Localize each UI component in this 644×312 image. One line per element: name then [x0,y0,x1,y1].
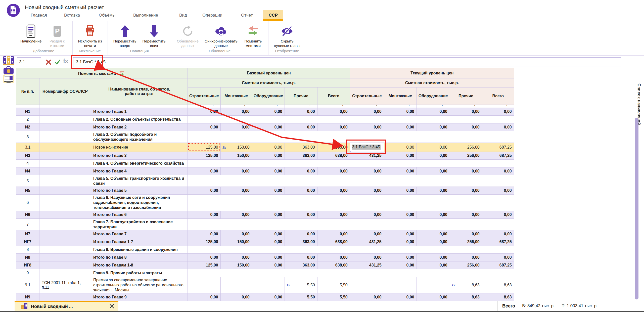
value-cell[interactable]: 0,00 [384,211,417,219]
empty-values-cell[interactable] [188,246,350,254]
row-code-cell[interactable] [39,261,91,269]
value-cell[interactable]: 5,50 [285,293,317,301]
empty-values-cell[interactable] [350,195,514,211]
row-code-cell[interactable] [39,152,91,160]
row-code-cell[interactable]: ТСН-2001.11, табл.1, п.11 [39,277,91,293]
empty-values-cell[interactable] [350,269,514,277]
row-name-cell[interactable]: Глава 3. Объекты подсобного и обслуживаю… [91,131,188,143]
value-cell[interactable]: 687,25 [482,152,514,160]
value-cell[interactable]: 0,00 [482,230,514,238]
value-cell[interactable]: 256,00 [450,152,482,160]
value-cell[interactable]: 0,00 [220,167,252,175]
value-cell[interactable]: 431,25 [350,261,384,269]
confirm-check-icon[interactable] [55,59,61,66]
value-cell[interactable]: 8,63 [482,277,514,293]
row-number-cell[interactable]: 9 [16,269,39,277]
value-cell[interactable]: 0,00 [188,167,221,175]
value-cell[interactable]: 363,00 [285,261,317,269]
row-number-cell[interactable]: ИГ7 [16,238,39,246]
value-cell[interactable]: 0,00 [285,211,317,219]
row-name-cell[interactable]: Глава 8. Временные здания и сооружения [91,246,188,254]
value-cell[interactable]: 0,00 [482,105,514,108]
row-code-cell[interactable] [39,123,91,131]
row-name-cell[interactable]: Итого по Главам 1-7 [91,238,188,246]
estimate-sheet-icon[interactable] [3,74,14,83]
value-cell[interactable]: 0,00 [384,238,417,246]
value-cell[interactable]: 0,00 [417,143,450,152]
document-tab[interactable]: Новый сводный ... [15,301,118,311]
row-code-cell[interactable] [39,230,91,238]
row-number-cell[interactable]: И7 [16,230,39,238]
value-cell[interactable]: 0,00 [417,261,450,269]
value-cell[interactable]: 3.1.БазС * 3,45 [350,143,384,152]
row-code-cell[interactable] [39,116,91,123]
value-cell[interactable]: 0,00 [317,230,350,238]
value-cell[interactable]: 0,00 [350,167,384,175]
row-number-cell[interactable]: И1 [16,108,39,116]
value-cell[interactable]: 363,00 [285,238,317,246]
value-cell[interactable]: 0,00 [417,152,450,160]
value-cell[interactable]: 0,00 [188,123,221,131]
value-cell[interactable]: 0,00 [220,230,252,238]
empty-values-cell[interactable] [350,219,514,230]
row-name-cell[interactable]: Премия за своевременное завершение строи… [91,277,188,293]
row-number-cell[interactable]: И5 [16,187,39,195]
value-cell[interactable]: 0,00 [285,105,317,108]
row-number-cell[interactable]: И6 [16,211,39,219]
swap-header[interactable]: Поменять местами [16,68,188,78]
value-cell[interactable]: 0,00 [384,105,417,108]
ribbon-button[interactable]: Переместить вверх [110,21,140,48]
formula-input[interactable] [73,57,621,67]
tab-Выполнение[interactable]: Выполнение [133,10,158,21]
value-cell[interactable]: 687,25 [482,143,514,152]
value-cell[interactable]: 5,50fx [285,277,317,293]
value-cell[interactable] [417,277,450,293]
value-cell[interactable]: 0,00 [252,152,285,160]
value-cell[interactable]: 0,00 [220,254,252,261]
empty-values-cell[interactable] [188,269,350,277]
cell-formula-editor[interactable]: 3.1.БазС * 3,45 [350,143,384,152]
value-cell[interactable]: 0,00 [417,167,450,175]
value-cell[interactable]: 0,00 [450,230,482,238]
vertical-scrollbar[interactable] [635,118,638,299]
row-name-cell[interactable]: Глава 6. Наружные сети и сооружения водо… [91,195,188,211]
value-cell[interactable]: 0,00 [220,187,252,195]
empty-values-cell[interactable] [350,246,514,254]
value-cell[interactable]: 0,00 [384,143,417,152]
ribbon-button[interactable]: Исключить из печати [75,21,105,48]
value-cell[interactable]: 0,00 [220,108,252,116]
empty-values-cell[interactable] [188,160,350,167]
row-name-cell[interactable]: Итого по Главе 6 [91,211,188,219]
ribbon-button[interactable]: Синхронизировать данные [202,21,241,48]
value-cell[interactable]: 0,00 [220,211,252,219]
value-cell[interactable]: 0,00 [317,254,350,261]
value-cell[interactable]: 0,00 [252,167,285,175]
value-cell[interactable]: 256,00 [450,238,482,246]
value-cell[interactable]: 0,00 [252,238,285,246]
value-cell[interactable]: 0,00 [450,108,482,116]
row-number-cell[interactable]: И9 [16,293,39,301]
row-name-cell[interactable]: Итого по Главе 3 [91,152,188,160]
value-cell[interactable]: 8,63 [482,293,514,301]
row-name-cell[interactable]: Итого по Главе 5 [91,187,188,195]
value-cell[interactable]: 638,00 [317,261,350,269]
value-cell[interactable]: 0,00 [285,108,317,116]
row-number-cell[interactable]: 3 [16,131,39,143]
value-cell[interactable]: 0,00 [350,211,384,219]
value-cell[interactable]: 0,00 [417,108,450,116]
value-cell[interactable]: 0,00 [317,105,350,108]
value-cell[interactable]: 0,00 [350,187,384,195]
row-number-cell[interactable]: И3 [16,152,39,160]
value-cell[interactable]: 0,00 [285,167,317,175]
value-cell[interactable]: 0,00 [384,187,417,195]
value-cell[interactable]: 256,00 [450,143,482,152]
value-cell[interactable]: 5,50 [317,293,350,301]
tab-Вид[interactable]: Вид [179,10,187,21]
value-cell[interactable]: 363,00 [285,152,317,160]
value-cell[interactable]: 0,00 [252,108,285,116]
value-cell[interactable]: 0,00 [482,254,514,261]
row-code-cell[interactable] [39,238,91,246]
value-cell[interactable]: 0,00 [417,187,450,195]
row-name-cell[interactable]: Глава 7. Благоустройство и озеленение те… [91,219,188,230]
ribbon-button[interactable]: Поменять местами [241,21,266,48]
